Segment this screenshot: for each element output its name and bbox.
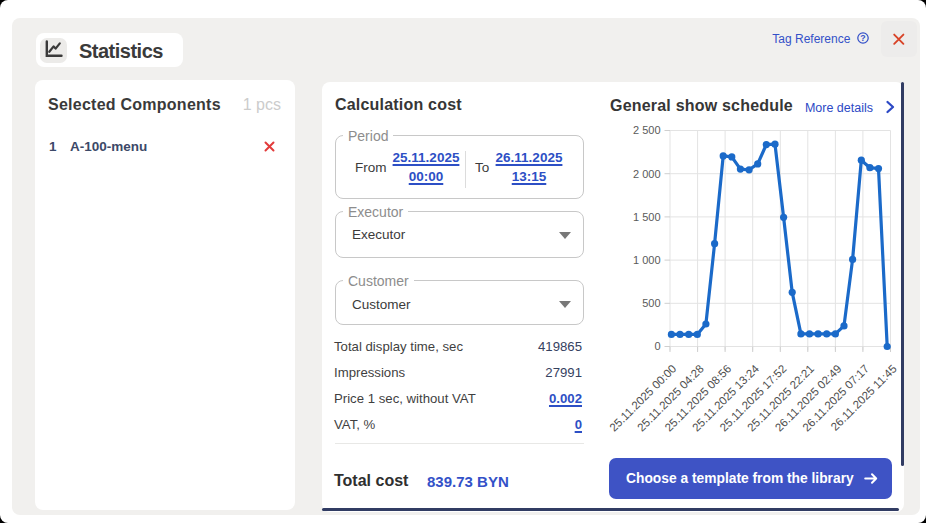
svg-text:1 500: 1 500 bbox=[633, 211, 661, 223]
svg-text:1 000: 1 000 bbox=[633, 254, 661, 266]
svg-text:2 500: 2 500 bbox=[633, 124, 661, 136]
svg-text:2 000: 2 000 bbox=[633, 168, 661, 180]
svg-text:500: 500 bbox=[642, 297, 660, 309]
svg-text:0: 0 bbox=[654, 340, 660, 352]
svg-text:?: ? bbox=[860, 33, 865, 43]
